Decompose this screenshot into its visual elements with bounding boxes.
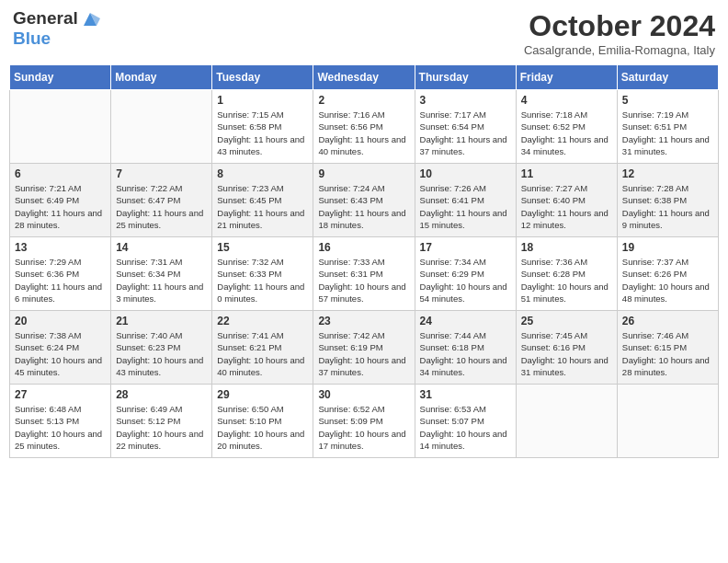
calendar-cell: 6Sunrise: 7:21 AMSunset: 6:49 PMDaylight… xyxy=(10,164,111,237)
day-detail: Sunrise: 7:40 AMSunset: 6:23 PMDaylight:… xyxy=(116,329,207,378)
day-detail: Sunrise: 7:18 AMSunset: 6:52 PMDaylight:… xyxy=(521,109,612,157)
day-detail: Sunrise: 7:37 AMSunset: 6:26 PMDaylight:… xyxy=(622,256,713,304)
calendar-cell: 14Sunrise: 7:31 AMSunset: 6:34 PMDayligh… xyxy=(111,237,212,311)
calendar-cell: 3Sunrise: 7:17 AMSunset: 6:54 PMDaylight… xyxy=(415,90,516,164)
day-detail: Sunrise: 7:36 AMSunset: 6:28 PMDaylight:… xyxy=(521,256,612,304)
calendar-cell: 7Sunrise: 7:22 AMSunset: 6:47 PMDaylight… xyxy=(111,164,212,237)
calendar-cell: 10Sunrise: 7:26 AMSunset: 6:41 PMDayligh… xyxy=(415,164,516,237)
day-detail: Sunrise: 7:42 AMSunset: 6:19 PMDaylight:… xyxy=(318,329,409,378)
calendar-cell: 25Sunrise: 7:45 AMSunset: 6:16 PMDayligh… xyxy=(516,311,617,385)
day-detail: Sunrise: 6:50 AMSunset: 5:10 PMDaylight:… xyxy=(217,403,308,452)
day-number: 24 xyxy=(420,315,511,327)
calendar-week-1: 1Sunrise: 7:15 AMSunset: 6:58 PMDaylight… xyxy=(10,90,719,164)
day-number: 4 xyxy=(521,94,612,107)
day-number: 15 xyxy=(217,241,308,254)
day-number: 22 xyxy=(217,315,308,327)
day-detail: Sunrise: 7:29 AMSunset: 6:36 PMDaylight:… xyxy=(15,256,106,304)
calendar-cell: 30Sunrise: 6:52 AMSunset: 5:09 PMDayligh… xyxy=(313,385,415,458)
calendar-cell: 9Sunrise: 7:24 AMSunset: 6:43 PMDaylight… xyxy=(313,164,415,237)
day-number: 26 xyxy=(622,315,713,327)
day-number: 3 xyxy=(420,94,511,107)
day-detail: Sunrise: 7:28 AMSunset: 6:38 PMDaylight:… xyxy=(622,182,713,231)
header-saturday: Saturday xyxy=(617,65,718,90)
header-monday: Monday xyxy=(111,65,212,90)
calendar-cell: 15Sunrise: 7:32 AMSunset: 6:33 PMDayligh… xyxy=(212,237,313,311)
calendar-cell: 17Sunrise: 7:34 AMSunset: 6:29 PMDayligh… xyxy=(415,237,516,311)
day-detail: Sunrise: 7:44 AMSunset: 6:18 PMDaylight:… xyxy=(420,329,511,378)
calendar-cell: 31Sunrise: 6:53 AMSunset: 5:07 PMDayligh… xyxy=(415,385,516,458)
calendar-cell: 16Sunrise: 7:33 AMSunset: 6:31 PMDayligh… xyxy=(313,237,415,311)
calendar-cell: 5Sunrise: 7:19 AMSunset: 6:51 PMDaylight… xyxy=(617,90,718,164)
day-number: 17 xyxy=(420,241,511,254)
calendar-cell xyxy=(111,90,212,164)
day-number: 20 xyxy=(15,315,106,327)
day-number: 8 xyxy=(217,167,308,180)
day-detail: Sunrise: 7:46 AMSunset: 6:15 PMDaylight:… xyxy=(622,329,713,378)
calendar-cell: 8Sunrise: 7:23 AMSunset: 6:45 PMDaylight… xyxy=(212,164,313,237)
header-thursday: Thursday xyxy=(415,65,516,90)
day-detail: Sunrise: 6:49 AMSunset: 5:12 PMDaylight:… xyxy=(116,403,207,452)
calendar-cell xyxy=(617,385,718,458)
day-number: 27 xyxy=(15,388,106,401)
day-detail: Sunrise: 7:32 AMSunset: 6:33 PMDaylight:… xyxy=(217,256,308,304)
day-number: 9 xyxy=(318,167,409,180)
logo-blue: Blue xyxy=(13,29,100,49)
logo-text: General xyxy=(13,9,100,29)
day-number: 30 xyxy=(318,388,409,401)
day-detail: Sunrise: 7:19 AMSunset: 6:51 PMDaylight:… xyxy=(622,109,713,157)
location: Casalgrande, Emilia-Romagna, Italy xyxy=(524,43,715,57)
header-wednesday: Wednesday xyxy=(313,65,415,90)
calendar-cell: 19Sunrise: 7:37 AMSunset: 6:26 PMDayligh… xyxy=(617,237,718,311)
calendar-week-3: 13Sunrise: 7:29 AMSunset: 6:36 PMDayligh… xyxy=(10,237,719,311)
calendar-cell: 26Sunrise: 7:46 AMSunset: 6:15 PMDayligh… xyxy=(617,311,718,385)
day-detail: Sunrise: 7:26 AMSunset: 6:41 PMDaylight:… xyxy=(420,182,511,231)
calendar-cell: 24Sunrise: 7:44 AMSunset: 6:18 PMDayligh… xyxy=(415,311,516,385)
header-friday: Friday xyxy=(516,65,617,90)
calendar-table: SundayMondayTuesdayWednesdayThursdayFrid… xyxy=(9,64,719,458)
day-detail: Sunrise: 6:48 AMSunset: 5:13 PMDaylight:… xyxy=(15,403,106,452)
day-number: 29 xyxy=(217,388,308,401)
calendar-cell: 29Sunrise: 6:50 AMSunset: 5:10 PMDayligh… xyxy=(212,385,313,458)
day-number: 23 xyxy=(318,315,409,327)
day-number: 10 xyxy=(420,167,511,180)
calendar-cell: 20Sunrise: 7:38 AMSunset: 6:24 PMDayligh… xyxy=(10,311,111,385)
day-detail: Sunrise: 7:27 AMSunset: 6:40 PMDaylight:… xyxy=(521,182,612,231)
day-number: 13 xyxy=(15,241,106,254)
day-number: 19 xyxy=(622,241,713,254)
calendar-cell: 2Sunrise: 7:16 AMSunset: 6:56 PMDaylight… xyxy=(313,90,415,164)
day-detail: Sunrise: 7:22 AMSunset: 6:47 PMDaylight:… xyxy=(116,182,207,231)
month-title: October 2024 xyxy=(524,9,715,43)
day-detail: Sunrise: 7:15 AMSunset: 6:58 PMDaylight:… xyxy=(217,109,308,157)
calendar-cell xyxy=(10,90,111,164)
day-number: 7 xyxy=(116,167,207,180)
day-number: 18 xyxy=(521,241,612,254)
calendar-cell: 12Sunrise: 7:28 AMSunset: 6:38 PMDayligh… xyxy=(617,164,718,237)
calendar-cell: 18Sunrise: 7:36 AMSunset: 6:28 PMDayligh… xyxy=(516,237,617,311)
day-detail: Sunrise: 7:31 AMSunset: 6:34 PMDaylight:… xyxy=(116,256,207,304)
day-detail: Sunrise: 6:52 AMSunset: 5:09 PMDaylight:… xyxy=(318,403,409,452)
day-detail: Sunrise: 7:34 AMSunset: 6:29 PMDaylight:… xyxy=(420,256,511,304)
calendar-cell: 23Sunrise: 7:42 AMSunset: 6:19 PMDayligh… xyxy=(313,311,415,385)
day-detail: Sunrise: 7:21 AMSunset: 6:49 PMDaylight:… xyxy=(15,182,106,231)
day-detail: Sunrise: 7:24 AMSunset: 6:43 PMDaylight:… xyxy=(318,182,409,231)
calendar-cell: 22Sunrise: 7:41 AMSunset: 6:21 PMDayligh… xyxy=(212,311,313,385)
header-row: SundayMondayTuesdayWednesdayThursdayFrid… xyxy=(10,65,719,90)
day-number: 1 xyxy=(217,94,308,107)
day-number: 31 xyxy=(420,388,511,401)
day-detail: Sunrise: 7:16 AMSunset: 6:56 PMDaylight:… xyxy=(318,109,409,157)
day-number: 16 xyxy=(318,241,409,254)
header-tuesday: Tuesday xyxy=(212,65,313,90)
calendar-cell: 1Sunrise: 7:15 AMSunset: 6:58 PMDaylight… xyxy=(212,90,313,164)
calendar-cell: 27Sunrise: 6:48 AMSunset: 5:13 PMDayligh… xyxy=(10,385,111,458)
day-number: 14 xyxy=(116,241,207,254)
day-number: 25 xyxy=(521,315,612,327)
day-detail: Sunrise: 7:38 AMSunset: 6:24 PMDaylight:… xyxy=(15,329,106,378)
day-number: 6 xyxy=(15,167,106,180)
calendar-cell xyxy=(516,385,617,458)
calendar-cell: 4Sunrise: 7:18 AMSunset: 6:52 PMDaylight… xyxy=(516,90,617,164)
day-number: 21 xyxy=(116,315,207,327)
day-detail: Sunrise: 7:45 AMSunset: 6:16 PMDaylight:… xyxy=(521,329,612,378)
day-detail: Sunrise: 7:33 AMSunset: 6:31 PMDaylight:… xyxy=(318,256,409,304)
day-detail: Sunrise: 7:23 AMSunset: 6:45 PMDaylight:… xyxy=(217,182,308,231)
header-sunday: Sunday xyxy=(10,65,111,90)
